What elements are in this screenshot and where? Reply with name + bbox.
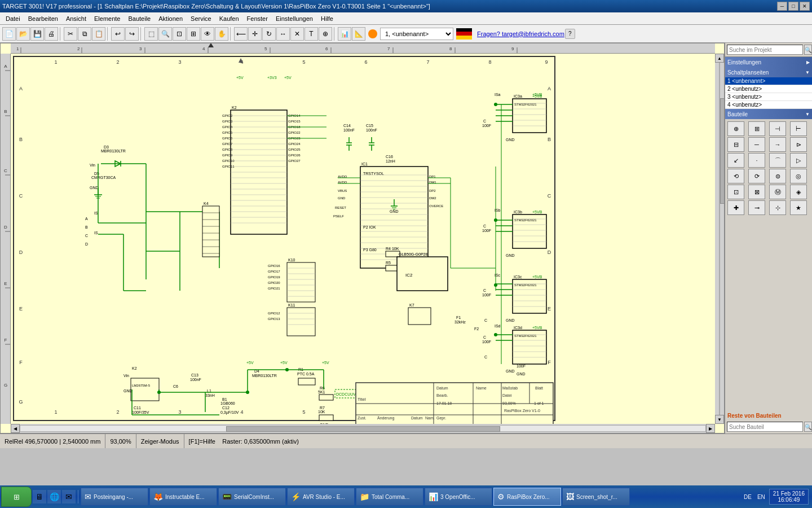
menu-bauteile[interactable]: Bauteile xyxy=(125,14,154,23)
bauteil-diamond[interactable]: ◈ xyxy=(790,185,807,199)
toolbar-select[interactable]: ⬚ xyxy=(144,27,158,41)
bauteil-star[interactable]: ★ xyxy=(790,200,807,215)
toolbar-zoom-fit[interactable]: ⊡ xyxy=(173,27,186,41)
task-openoffice[interactable]: 📊 3 OpenOffic... xyxy=(425,488,492,506)
schaltplanseiten-header[interactable]: Schaltplanseiten ▼ xyxy=(725,67,812,77)
menu-elemente[interactable]: Elemente xyxy=(91,14,123,23)
bauteil-redo[interactable]: ⟲ xyxy=(727,169,744,183)
task-raspibox[interactable]: ⚙ RasPiBox Zero... xyxy=(493,488,561,506)
minimize-button[interactable]: ─ xyxy=(777,2,787,11)
system-clock[interactable]: 21 Feb 2016 16:06:49 xyxy=(769,489,809,505)
toolbar-move[interactable]: ✛ xyxy=(248,27,262,41)
toolbar-copy[interactable]: ⧉ xyxy=(78,27,91,41)
toolbar-delete[interactable]: ✕ xyxy=(290,27,304,41)
toolbar-hand[interactable]: ✋ xyxy=(215,27,228,41)
task-instructable[interactable]: 🦊 Instructable E... xyxy=(149,488,217,506)
ql-mail[interactable]: ✉ xyxy=(62,490,76,503)
bauteil-diode[interactable]: ⊢ xyxy=(790,121,807,136)
toolbar-grid[interactable]: ⊞ xyxy=(187,27,200,41)
toolbar-flip[interactable]: ↔ xyxy=(276,27,290,41)
close-button[interactable]: ✕ xyxy=(800,2,810,11)
toolbar-netlist[interactable]: 📊 xyxy=(338,27,351,41)
task-screenshot[interactable]: 🖼 Screen_shot_r... xyxy=(562,488,630,506)
project-search-input[interactable] xyxy=(727,45,803,55)
project-search-button[interactable]: 🔍 xyxy=(804,45,812,55)
toolbar-pcb[interactable]: 📐 xyxy=(352,27,365,41)
schalt-item-2[interactable]: 2 <unbenutz> xyxy=(725,85,812,93)
scroll-track-v[interactable] xyxy=(719,63,720,415)
language-flag[interactable] xyxy=(456,28,472,40)
task-avrstudio[interactable]: ⚡ AVR Studio - E... xyxy=(287,488,355,506)
bauteile-header[interactable]: Bauteile ▼ xyxy=(725,109,812,119)
toolbar-cut[interactable]: ✂ xyxy=(64,27,77,41)
task-posteingang[interactable]: ✉ Posteingang -... xyxy=(81,488,148,506)
menu-hilfe[interactable]: Hilfe xyxy=(317,14,337,23)
bauteile-search-input[interactable] xyxy=(727,422,803,432)
toolbar-component[interactable]: ⊕ xyxy=(319,27,332,41)
horizontal-scrollbar[interactable]: ◀ ▶ xyxy=(11,424,715,433)
menu-bearbeiten[interactable]: Bearbeiten xyxy=(25,14,61,23)
menu-service[interactable]: Service xyxy=(187,14,215,23)
bauteil-cross-box[interactable]: ⊠ xyxy=(748,185,765,199)
bauteil-nand[interactable]: ↙ xyxy=(727,153,744,168)
toolbar-wire[interactable]: ⟵ xyxy=(234,27,248,41)
scroll-right-arrow[interactable]: ▶ xyxy=(706,424,715,433)
help-link[interactable]: Fragen? target@ibfriedrich.com xyxy=(477,30,564,37)
bauteil-plus[interactable]: ✚ xyxy=(727,200,744,215)
toolbar-print[interactable]: 🖨 xyxy=(45,27,58,41)
bauteil-arc[interactable]: ⌒ xyxy=(769,153,786,168)
schalt-item-3[interactable]: 3 <unbenutz> xyxy=(725,93,812,101)
bauteil-gate[interactable]: ⊳ xyxy=(790,137,807,152)
bauteile-search-button[interactable]: 🔍 xyxy=(804,422,812,432)
scroll-thumb-v[interactable] xyxy=(720,98,725,204)
toolbar-zoom-in[interactable]: 🔍 xyxy=(158,27,172,41)
bauteil-asterisk[interactable]: ⊹ xyxy=(769,200,786,215)
ql-desktop[interactable]: 🖥 xyxy=(33,490,46,503)
bauteil-ring[interactable]: ⊜ xyxy=(769,169,786,183)
menu-einstellungen[interactable]: Einstellungen xyxy=(272,14,316,23)
bauteil-wire[interactable]: ─ xyxy=(748,137,765,152)
einstellungen-header[interactable]: Einstellungen ▶ xyxy=(725,57,812,67)
bauteil-inductor[interactable]: ⊣ xyxy=(769,121,786,136)
task-serialcom[interactable]: 📟 SerialComInst... xyxy=(218,488,286,506)
bauteil-resistor[interactable]: ⊕ xyxy=(727,121,744,136)
toolbar-new[interactable]: 📄 xyxy=(2,27,16,41)
bauteil-capacitor[interactable]: ⊞ xyxy=(748,121,765,136)
menu-datei[interactable]: Datei xyxy=(2,14,24,23)
toolbar-redo[interactable]: ↪ xyxy=(125,27,139,41)
bauteil-motor[interactable]: Ⓜ xyxy=(769,185,786,199)
bauteil-grid2[interactable]: ⊡ xyxy=(727,185,744,199)
toolbar-save[interactable]: 💾 xyxy=(30,27,44,41)
toolbar-open[interactable]: 📂 xyxy=(16,27,30,41)
scroll-track-h[interactable] xyxy=(20,425,706,432)
toolbar-label[interactable]: T xyxy=(304,27,318,41)
bauteil-arrow-r[interactable]: → xyxy=(769,137,786,152)
start-button[interactable]: ⊞ xyxy=(1,487,32,507)
menu-aktionen[interactable]: Aktionen xyxy=(155,14,186,23)
bauteil-multiline[interactable]: ⊸ xyxy=(748,200,765,215)
bauteil-circle-dot[interactable]: ◎ xyxy=(790,169,807,183)
scroll-thumb-h[interactable] xyxy=(226,426,500,432)
menu-kaufen[interactable]: Kaufen xyxy=(216,14,242,23)
bauteil-transistor[interactable]: ⊟ xyxy=(727,137,744,152)
help-icon[interactable]: ? xyxy=(565,29,575,39)
toolbar-rotate[interactable]: ↻ xyxy=(262,27,276,41)
schematic-canvas[interactable]: 1 2 3 4 5 6 7 8 9 1 2 3 4 5 6 7 8 9 A xyxy=(11,54,715,424)
tray-de[interactable]: DE xyxy=(742,494,753,500)
bauteil-dot[interactable]: · xyxy=(748,153,765,168)
bauteil-undo2[interactable]: ⟳ xyxy=(748,169,765,183)
scroll-left-arrow[interactable]: ◀ xyxy=(11,424,20,433)
bauteil-triangle[interactable]: ▷ xyxy=(790,153,807,168)
maximize-button[interactable]: □ xyxy=(788,2,798,11)
scroll-down-arrow[interactable]: ▼ xyxy=(715,415,724,424)
task-totalcomm[interactable]: 📁 Total Comma... xyxy=(356,488,423,506)
ql-browser[interactable]: 🌐 xyxy=(47,490,61,503)
menu-fenster[interactable]: Fenster xyxy=(244,14,271,23)
toolbar-undo[interactable]: ↩ xyxy=(111,27,125,41)
schaltplan-dropdown[interactable]: 1, <unbenannt> xyxy=(380,28,453,40)
toolbar-eye[interactable]: 👁 xyxy=(201,27,214,41)
schalt-item-1[interactable]: 1 <unbenannt> xyxy=(725,77,812,85)
toolbar-paste[interactable]: 📋 xyxy=(92,27,105,41)
menu-ansicht[interactable]: Ansicht xyxy=(63,14,90,23)
scroll-up-arrow[interactable]: ▲ xyxy=(715,54,724,63)
